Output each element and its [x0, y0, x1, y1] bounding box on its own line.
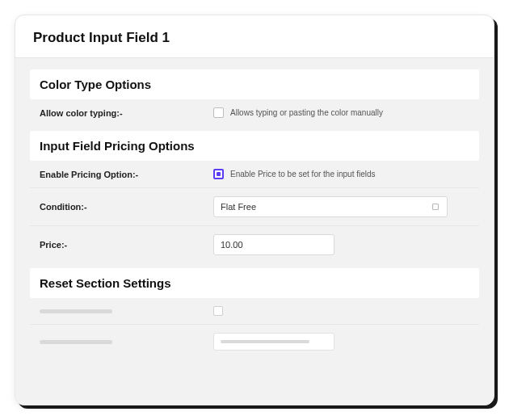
- allow-color-typing-label: Allow color typing:-: [40, 108, 213, 118]
- reset-content-placeholder-1: [213, 306, 469, 316]
- page-title: Product Input Field 1: [33, 30, 476, 46]
- settings-card: Product Input Field 1 Color Type Options…: [15, 15, 494, 405]
- enable-pricing-checkbox[interactable]: [213, 169, 224, 179]
- row-reset-placeholder-1: [30, 298, 479, 324]
- allow-color-typing-checkbox[interactable]: [213, 107, 224, 118]
- skeleton-line: [40, 309, 112, 313]
- reset-label-placeholder-1: [40, 309, 213, 313]
- section-title-pricing: Input Field Pricing Options: [30, 131, 479, 161]
- price-content: [213, 234, 469, 255]
- condition-label: Condition:-: [40, 202, 213, 212]
- chevron-down-icon: [431, 202, 440, 212]
- card-body: Color Type Options Allow color typing:- …: [15, 57, 494, 405]
- row-condition: Condition:- Flat Free: [30, 187, 479, 225]
- card-header: Product Input Field 1: [15, 15, 494, 57]
- enable-pricing-content: Enable Price to be set for the input fie…: [213, 169, 469, 179]
- allow-color-typing-content: Allows typing or pasting the color manua…: [213, 107, 469, 118]
- condition-value: Flat Free: [221, 202, 256, 212]
- row-enable-pricing: Enable Pricing Option:- Enable Price to …: [30, 161, 479, 187]
- row-price: Price:-: [30, 225, 479, 263]
- section-title-reset: Reset Section Settings: [30, 268, 479, 298]
- enable-pricing-label: Enable Pricing Option:-: [40, 170, 213, 179]
- reset-content-placeholder-2: [213, 333, 469, 351]
- row-reset-placeholder-2: [30, 324, 479, 359]
- reset-label-placeholder-2: [40, 340, 213, 344]
- condition-select[interactable]: Flat Free: [213, 196, 448, 217]
- price-label: Price:-: [40, 240, 213, 250]
- svg-rect-0: [433, 204, 439, 210]
- skeleton-line: [221, 340, 309, 343]
- condition-content: Flat Free: [213, 196, 469, 217]
- allow-color-typing-desc: Allows typing or pasting the color manua…: [230, 108, 383, 117]
- skeleton-input: [213, 333, 334, 351]
- skeleton-checkbox: [213, 306, 223, 316]
- section-title-color: Color Type Options: [30, 69, 479, 99]
- price-input[interactable]: [213, 234, 334, 255]
- skeleton-line: [40, 340, 112, 344]
- row-allow-color-typing: Allow color typing:- Allows typing or pa…: [30, 99, 479, 126]
- enable-pricing-desc: Enable Price to be set for the input fie…: [230, 170, 376, 178]
